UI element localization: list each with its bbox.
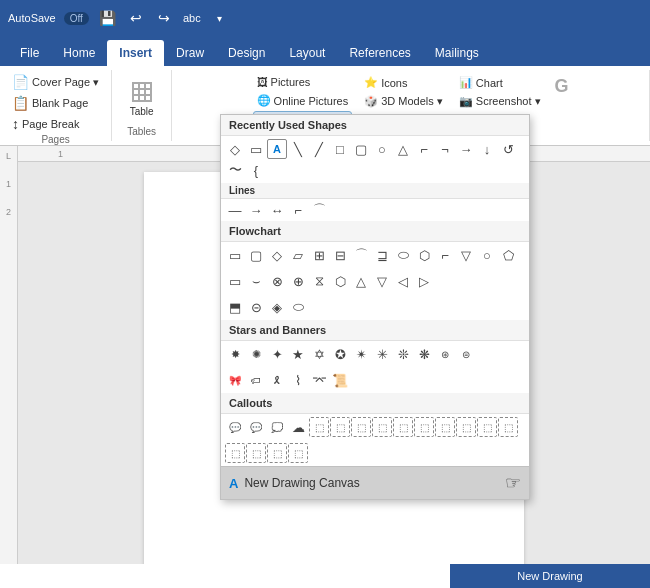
callout-line1[interactable]: ⬚ xyxy=(309,417,329,437)
fc-or[interactable]: ⊕ xyxy=(288,271,308,291)
banner-up-ribbon[interactable]: 🎀 xyxy=(225,370,245,390)
tab-references[interactable]: References xyxy=(337,40,422,66)
icons-button[interactable]: ⭐ Icons xyxy=(360,74,447,91)
spelling-icon[interactable]: abc xyxy=(181,7,203,29)
fc-multidoc[interactable]: ⊒ xyxy=(372,245,392,265)
shape-line1[interactable]: ╲ xyxy=(288,139,308,159)
star-5pt[interactable]: ★ xyxy=(288,344,308,364)
line-curve[interactable]: ⌒ xyxy=(309,200,329,220)
shape-rect2[interactable]: □ xyxy=(330,139,350,159)
fc-stored-data[interactable]: ◁ xyxy=(393,271,413,291)
fc-manual-op[interactable]: ▽ xyxy=(456,245,476,265)
callout-5[interactable]: ⬚ xyxy=(225,443,245,463)
pictures-button[interactable]: 🖼 Pictures xyxy=(253,74,353,90)
fc-offpage[interactable]: ⬠ xyxy=(498,245,518,265)
tab-draw[interactable]: Draw xyxy=(164,40,216,66)
banner-scroll[interactable]: 📜 xyxy=(330,370,350,390)
page-break-button[interactable]: ↕ Page Break xyxy=(8,114,103,134)
star-32pt[interactable]: ⊜ xyxy=(456,344,476,364)
shape-corner2[interactable]: ¬ xyxy=(435,139,455,159)
callout-line2[interactable]: ⬚ xyxy=(330,417,350,437)
callout-rounded[interactable]: 💬 xyxy=(246,417,266,437)
callout-7[interactable]: ⬚ xyxy=(267,443,287,463)
fc-delay[interactable]: ▷ xyxy=(414,271,434,291)
fc-internal-storage[interactable]: ⊟ xyxy=(330,245,350,265)
callout-2[interactable]: ⬚ xyxy=(456,417,476,437)
3d-models-button[interactable]: 🎲 3D Models ▾ xyxy=(360,93,447,110)
fc-collate[interactable]: ⧖ xyxy=(309,271,329,291)
callout-oval[interactable]: 💭 xyxy=(267,417,287,437)
fc-alt-process[interactable]: ▢ xyxy=(246,245,266,265)
banner-down-ribbon[interactable]: 🏷 xyxy=(246,370,266,390)
shape-textbox[interactable]: A xyxy=(267,139,287,159)
star-4pt[interactable]: ✦ xyxy=(267,344,287,364)
callout-4[interactable]: ⬚ xyxy=(498,417,518,437)
shape-rect[interactable]: ▭ xyxy=(246,139,266,159)
callout-6[interactable]: ⬚ xyxy=(246,443,266,463)
shape-brace[interactable]: { xyxy=(246,160,266,180)
shape-triangle[interactable]: △ xyxy=(393,139,413,159)
table-button[interactable]: Table xyxy=(121,79,163,120)
callout-accent1[interactable]: ⬚ xyxy=(393,417,413,437)
callout-3[interactable]: ⬚ xyxy=(477,417,497,437)
redo-icon[interactable]: ↪ xyxy=(153,7,175,29)
fc-summing[interactable]: ⊗ xyxy=(267,271,287,291)
fc-direct-access[interactable]: ◈ xyxy=(267,297,287,317)
fc-data[interactable]: ▱ xyxy=(288,245,308,265)
fc-sort[interactable]: ⬡ xyxy=(330,271,350,291)
online-pictures-button[interactable]: 🌐 Online Pictures xyxy=(253,92,353,109)
tab-mailings[interactable]: Mailings xyxy=(423,40,491,66)
star-10pt[interactable]: ✳ xyxy=(372,344,392,364)
shape-diamond[interactable]: ◇ xyxy=(225,139,245,159)
fc-display[interactable]: ⬭ xyxy=(288,297,308,317)
tab-file[interactable]: File xyxy=(8,40,51,66)
banner-wave1[interactable]: ⌇ xyxy=(288,370,308,390)
line-elbow[interactable]: ⌐ xyxy=(288,200,308,220)
callout-8[interactable]: ⬚ xyxy=(288,443,308,463)
banner-wave2[interactable]: ⌤ xyxy=(309,370,329,390)
undo-icon[interactable]: ↩ xyxy=(125,7,147,29)
fc-extract[interactable]: △ xyxy=(351,271,371,291)
banner-curved[interactable]: 🎗 xyxy=(267,370,287,390)
fc-decision[interactable]: ◇ xyxy=(267,245,287,265)
tab-home[interactable]: Home xyxy=(51,40,107,66)
fc-magnetic-disk[interactable]: ⊝ xyxy=(246,297,266,317)
shape-circle[interactable]: ○ xyxy=(372,139,392,159)
tab-layout[interactable]: Layout xyxy=(277,40,337,66)
star-4pt-burst[interactable]: ✸ xyxy=(225,344,245,364)
fc-predefined[interactable]: ⊞ xyxy=(309,245,329,265)
fc-terminator[interactable]: ⬭ xyxy=(393,245,413,265)
shape-arrow-down[interactable]: ↓ xyxy=(477,139,497,159)
save-icon[interactable]: 💾 xyxy=(97,7,119,29)
star-12pt[interactable]: ❊ xyxy=(393,344,413,364)
shape-curve[interactable]: ↺ xyxy=(498,139,518,159)
callout-bent1[interactable]: ⬚ xyxy=(351,417,371,437)
star-8pt[interactable]: ✴ xyxy=(351,344,371,364)
shape-corner1[interactable]: ⌐ xyxy=(414,139,434,159)
tab-design[interactable]: Design xyxy=(216,40,277,66)
fc-document[interactable]: ⌒ xyxy=(351,245,371,265)
fc-preparation[interactable]: ⬡ xyxy=(414,245,434,265)
star-6pt-burst[interactable]: ✺ xyxy=(246,344,266,364)
more-icon[interactable]: ▾ xyxy=(209,7,231,29)
shape-rounded-rect[interactable]: ▢ xyxy=(351,139,371,159)
callout-cloud[interactable]: ☁ xyxy=(288,417,308,437)
line-arrow[interactable]: → xyxy=(246,200,266,220)
callout-1[interactable]: ⬚ xyxy=(435,417,455,437)
star-7pt[interactable]: ✪ xyxy=(330,344,350,364)
line-double-arrow[interactable]: ↔ xyxy=(267,200,287,220)
fc-card[interactable]: ▭ xyxy=(225,271,245,291)
line-straight[interactable]: — xyxy=(225,200,245,220)
callout-bent2[interactable]: ⬚ xyxy=(372,417,392,437)
star-16pt[interactable]: ❋ xyxy=(414,344,434,364)
blank-page-button[interactable]: 📋 Blank Page xyxy=(8,93,103,113)
screenshot-button[interactable]: 📷 Screenshot ▾ xyxy=(455,93,545,110)
shape-wave[interactable]: 〜 xyxy=(225,160,245,180)
cover-page-button[interactable]: 📄 Cover Page ▾ xyxy=(8,72,103,92)
fc-merge[interactable]: ▽ xyxy=(372,271,392,291)
fc-sequential[interactable]: ⬒ xyxy=(225,297,245,317)
new-drawing-canvas-button[interactable]: A New Drawing Canvas ☞ xyxy=(221,466,529,499)
tab-insert[interactable]: Insert xyxy=(107,40,164,66)
callout-rect[interactable]: 💬 xyxy=(225,417,245,437)
fc-punch-tape[interactable]: ⌣ xyxy=(246,271,266,291)
